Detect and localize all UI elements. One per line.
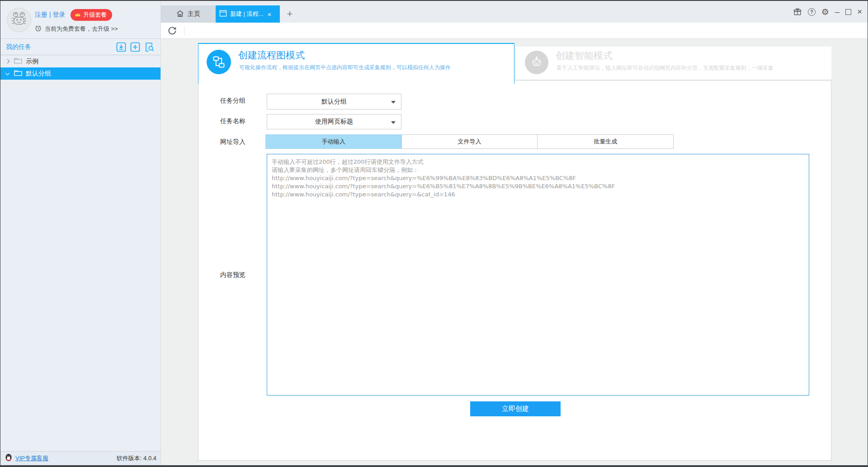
flowchart-mode-icon [207,50,231,74]
task-group-value: 默认分组 [321,98,347,106]
url-import-tabs: 手动输入 文件导入 批量生成 [265,134,674,149]
smart-mode-desc: 基于人工智能算法，输入网址即可自动识别网页内容和分页，无需配置采集规则，一键采集 [557,64,774,72]
url-input-textarea[interactable] [267,154,809,396]
caret-down-icon [391,101,396,104]
tree-item-example[interactable]: 示例 [0,55,160,67]
tab-file-import[interactable]: 文件导入 [401,134,538,149]
settings-gear-icon[interactable]: ⚙ [821,8,829,16]
flowchart-mode-title: 创建流程图模式 [238,49,305,62]
crab-logo-icon [10,10,28,30]
tab-new-flow[interactable]: 新建 | 流程... × [216,5,280,23]
chevron-right-icon[interactable] [5,59,10,64]
account-info: 注册 | 登录 升级套餐 当前为免费套餐，去升级 >> [35,9,118,33]
upgrade-badge-label: 升级套餐 [83,11,107,19]
plan-notice[interactable]: 当前为免费套餐，去升级 >> [45,25,118,33]
tab-home[interactable]: 主页 [161,5,216,23]
robot-mode-icon [525,51,548,74]
window-top-edge [0,0,868,1]
help-icon[interactable]: ? [808,8,816,16]
maximize-icon[interactable] [845,9,851,15]
smart-mode-title: 创建智能模式 [556,49,613,62]
task-name-select[interactable]: 使用网页标题 [267,114,401,129]
browser-toolbar [161,23,868,39]
chevron-down-icon[interactable] [5,71,10,75]
search-tasks-icon[interactable] [144,42,154,54]
tab-home-label: 主页 [188,10,200,18]
refresh-icon[interactable] [167,25,178,38]
add-group-icon[interactable] [130,42,140,54]
upgrade-plan-button[interactable]: 升级套餐 [71,9,112,21]
window-icon [219,10,227,18]
task-name-label: 任务名称 [220,117,245,125]
tab-batch-generate[interactable]: 批量生成 [537,134,674,149]
account-panel: 注册 | 登录 升级套餐 当前为免费套餐，去升级 >> [0,1,160,39]
tab-manual-input[interactable]: 手动输入 [265,134,402,149]
tree-item-label: 示例 [26,57,38,66]
app-version: 软件版本: 4.0.4 [117,454,156,462]
app-logo [7,8,31,32]
tab-close-icon[interactable]: × [267,10,271,18]
url-import-label: 网址导入 [220,138,245,146]
tree-item-default-group[interactable]: 默认分组 [0,67,160,80]
tab-new-flow-label: 新建 | 流程... [230,10,263,18]
mode-card-smart[interactable]: 创建智能模式 基于人工智能算法，输入网址即可自动识别网页内容和分页，无需配置采集… [516,47,831,80]
task-group-select[interactable]: 默认分组 [267,94,401,110]
tasks-header-title: 我的任务 [6,43,31,51]
tasks-header: 我的任务 [0,39,160,55]
task-name-value: 使用网页标题 [315,118,353,126]
toolbar-divider [184,26,185,36]
vip-service-link[interactable]: VIP专属客服 [15,454,48,462]
gift-icon[interactable] [793,7,802,16]
close-window-icon[interactable]: × [857,7,862,17]
content-area: 创建流程图模式 可视化操作流程，根据提示在网页中点选内容即可生成采集规则，可以模… [161,39,868,465]
task-tree: 示例 默认分组 [0,55,160,80]
alarm-clock-icon [35,25,42,33]
content-preview-label: 内容预览 [220,271,245,279]
create-task-panel: 任务分组 默认分组 任务名称 使用网页标题 网址导入 手动输入 文件导入 批量生… [198,80,831,461]
main-area: 主页 新建 | 流程... × + ? [161,1,868,465]
folder-icon [14,57,22,65]
window-controls: ? ⚙ – × [793,1,862,23]
crown-icon [75,12,81,19]
register-login-link[interactable]: 注册 | 登录 [35,11,65,19]
tree-item-label: 默认分组 [26,70,51,78]
minimize-icon[interactable]: – [835,7,840,17]
sidebar-footer: VIP专属客服 软件版本: 4.0.4 [0,451,160,465]
window-bottom-edge [0,465,868,467]
import-task-icon[interactable] [116,42,126,54]
tab-strip: 主页 新建 | 流程... × + ? [161,1,868,23]
qq-service-icon [5,453,12,463]
app-window: 注册 | 登录 升级套餐 当前为免费套餐，去升级 >> [0,0,868,467]
caret-down-icon [391,121,396,124]
sidebar: 注册 | 登录 升级套餐 当前为免费套餐，去升级 >> [0,1,161,465]
task-group-label: 任务分组 [220,97,245,105]
create-now-button[interactable]: 立即创建 [470,401,561,416]
flowchart-mode-desc: 可视化操作流程，根据提示在网页中点选内容即可生成采集规则，可以模拟任何人为操作 [239,64,451,71]
mode-card-flowchart[interactable]: 创建流程图模式 可视化操作流程，根据提示在网页中点选内容即可生成采集规则，可以模… [198,43,514,84]
new-tab-button[interactable]: + [282,5,297,23]
folder-icon [14,70,22,77]
home-icon [176,10,184,19]
